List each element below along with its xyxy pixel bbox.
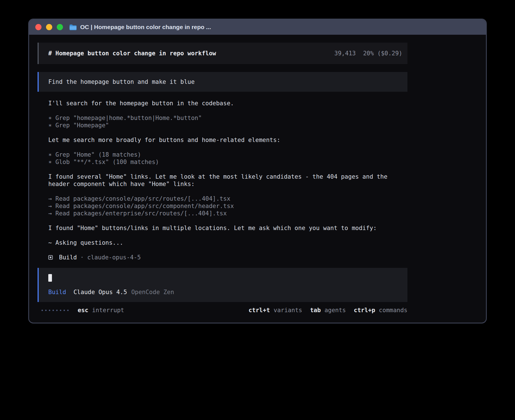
assistant-text: Let me search more broadly for buttons a… (48, 136, 398, 144)
shortcut-commands: ctrl+p commands (354, 307, 407, 314)
shortcut-agents: tab agents (310, 307, 346, 314)
status-bar-left: esc interrupt (38, 307, 124, 314)
minimize-button[interactable] (46, 24, 52, 30)
user-message-text: Find the homepage button and make it blu… (48, 78, 195, 85)
assistant-text: I found several "Home" links. Let me loo… (48, 173, 398, 188)
session-title: # Homepage button color change in repo w… (48, 50, 216, 57)
folder-icon (69, 24, 77, 30)
shortcut-key: ctrl+t (248, 307, 270, 314)
status-bar-right: ctrl+t variants tab agents ctrl+p comman… (248, 307, 407, 314)
shortcut-label: agents (324, 307, 346, 314)
shortcut-variants: ctrl+t variants (248, 307, 302, 314)
tool-call-group: ∗ Grep "homepage|home.*button|Home.*butt… (48, 114, 398, 129)
text-cursor (48, 274, 52, 282)
agent-status-line: Build · claude-opus-4-5 (48, 254, 398, 261)
model-name: Claude Opus 4.5 (73, 288, 127, 296)
assistant-response: I'll search for the homepage button in t… (48, 100, 398, 261)
agent-model: claude-opus-4-5 (87, 254, 141, 261)
status-bar: esc interrupt ctrl+t variants tab agents… (38, 307, 407, 314)
shortcut-key: tab (310, 307, 321, 314)
tool-call-grep: ∗ Grep "Homepage" (48, 122, 398, 129)
user-message: Find the homepage button and make it blu… (38, 72, 407, 92)
token-count: 39,413 (334, 50, 356, 57)
session-stats: 39,413 20% ($0.29) (334, 50, 402, 57)
agent-mode-label[interactable]: Build (48, 288, 66, 296)
assistant-text: I found "Home" buttons/links in multiple… (48, 224, 398, 232)
agent-icon (48, 255, 53, 260)
zoom-button[interactable] (57, 24, 63, 30)
shortcut-label: commands (379, 307, 407, 314)
tool-call-group: ∗ Grep "Home" (18 matches) ∗ Glob "**/*.… (48, 151, 398, 166)
session-header: # Homepage button color change in repo w… (38, 43, 407, 64)
esc-key: esc (78, 307, 88, 314)
terminal-window: OC | Homepage button color change in rep… (28, 19, 487, 323)
close-button[interactable] (35, 24, 42, 30)
spinner-icon (42, 310, 69, 311)
esc-label: interrupt (92, 307, 124, 314)
window-titlebar[interactable]: OC | Homepage button color change in rep… (29, 19, 486, 35)
shortcut-key: ctrl+p (354, 307, 375, 314)
assistant-text: I'll search for the homepage button in t… (48, 100, 398, 107)
agent-name: Build (59, 254, 77, 261)
tool-call-grep: ∗ Grep "homepage|home.*button|Home.*butt… (48, 114, 398, 122)
agent-separator: · (80, 254, 84, 261)
tool-call-glob: ∗ Glob "**/*.tsx" (100 matches) (48, 158, 398, 166)
window-controls (35, 24, 63, 30)
shortcut-label: variants (274, 307, 302, 314)
context-cost: 20% ($0.29) (363, 50, 402, 57)
model-provider: OpenCode Zen (131, 288, 174, 296)
terminal-content: # Homepage button color change in repo w… (29, 35, 486, 323)
tool-call-read: → Read packages/console/app/src/componen… (48, 202, 398, 210)
tool-call-group: → Read packages/console/app/src/routes/[… (48, 195, 398, 217)
prompt-input[interactable]: Build Claude Opus 4.5 OpenCode Zen (38, 268, 407, 302)
window-title: OC | Homepage button color change in rep… (80, 24, 211, 30)
status-text: ~ Asking questions... (48, 239, 398, 246)
tool-call-read: → Read packages/console/app/src/routes/[… (48, 195, 398, 202)
input-status-line: Build Claude Opus 4.5 OpenCode Zen (48, 288, 398, 296)
tool-call-read: → Read packages/enterprise/src/routes/[.… (48, 210, 398, 217)
tool-call-grep: ∗ Grep "Home" (18 matches) (48, 151, 398, 158)
